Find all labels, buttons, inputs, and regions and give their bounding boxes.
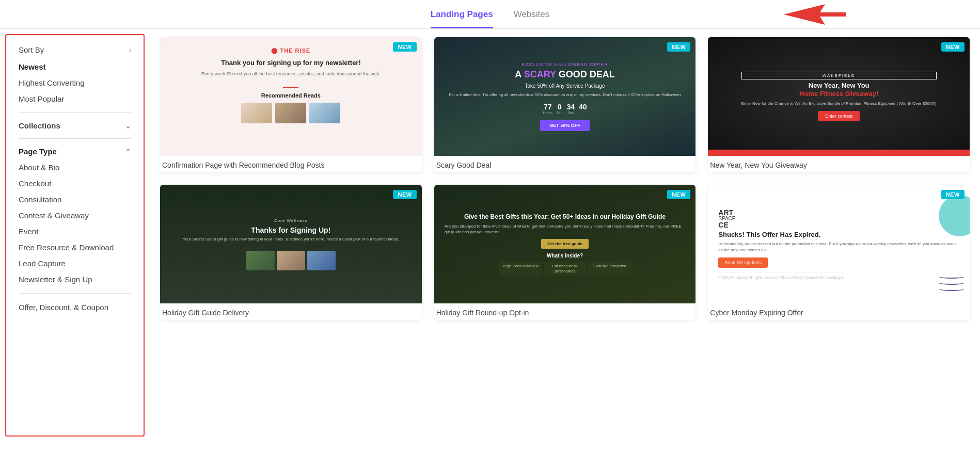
conf-thumbnails xyxy=(241,103,340,123)
sidebar-item-highest-converting[interactable]: Highest Converting xyxy=(19,77,131,88)
page-type-section: Page Type ⌃ About & Bio Checkout Consult… xyxy=(19,147,131,285)
guide-item-1: 38 gift ideas under $38 xyxy=(499,262,542,275)
card-preview-holiday: Core Wellness Thanks for Signing Up! You… xyxy=(160,185,422,303)
card-title-gift-guide: Holiday Gift Round-up Opt-in xyxy=(434,303,696,320)
template-card-scary-deal[interactable]: Exclusive Halloween Offer A SCARY GOOD D… xyxy=(434,37,696,172)
card-preview-confirmation: ⬤ THE RISE Thank you for signing up for … xyxy=(160,37,422,156)
guide-whats-inside: What's inside? xyxy=(547,253,583,259)
card-preview-gift-guide: Give the Best Gifts this Year: Get 50+ I… xyxy=(434,185,696,303)
card-preview-scary: Exclusive Halloween Offer A SCARY GOOD D… xyxy=(434,37,696,156)
scary-exclusive: Exclusive Halloween Offer xyxy=(521,62,608,67)
divider-1 xyxy=(19,112,131,113)
tab-landing-pages[interactable]: Landing Pages xyxy=(431,9,493,28)
scary-desc: For a limited time, I'm offering all new… xyxy=(449,92,681,98)
template-grid: ⬤ THE RISE Thank you for signing up for … xyxy=(160,37,970,320)
collections-header[interactable]: Collections ⌄ xyxy=(19,121,131,130)
sidebar-item-lead-capture[interactable]: Lead Capture xyxy=(19,258,131,269)
conf-thumb-1 xyxy=(241,103,272,123)
card-title-cyber: Cyber Monday Expiring Offer xyxy=(708,303,970,320)
sidebar-item-most-popular[interactable]: Most Popular xyxy=(19,93,131,104)
countdown-seconds: 34 Sec xyxy=(566,103,575,115)
scary-countdown: 77 Hours 0 Min 34 Sec xyxy=(543,103,587,115)
chevron-down-icon: ⌄ xyxy=(125,122,131,130)
collapse-icon: ‹ xyxy=(129,46,131,54)
sort-by-section: Sort By ‹ Newest Highest Converting Most… xyxy=(19,45,131,104)
holiday-thumb-3 xyxy=(307,251,336,270)
guide-items: 38 gift ideas under $38 Gift ideas for a… xyxy=(499,262,631,275)
sidebar-item-newsletter[interactable]: Newsletter & Sign Up xyxy=(19,274,131,285)
cyber-cta-button[interactable]: Send Me Updates xyxy=(718,257,768,268)
sidebar-item-offer-discount[interactable]: Offer, Discount, & Coupon xyxy=(19,302,131,313)
template-card-fitness[interactable]: WAKEFIELD New Year, New You Home Fitness… xyxy=(708,37,970,172)
conf-thumb-3 xyxy=(309,103,340,123)
fitness-content: WAKEFIELD New Year, New You Home Fitness… xyxy=(741,72,937,122)
conf-title: Thank you for signing up for my newslett… xyxy=(221,58,361,68)
collections-section: Collections ⌄ xyxy=(19,121,131,130)
sidebar: Sort By ‹ Newest Highest Converting Most… xyxy=(5,34,145,437)
sidebar-item-consultation[interactable]: Consultation xyxy=(19,194,131,205)
conf-thumb-2 xyxy=(275,103,306,123)
sort-by-header[interactable]: Sort By ‹ xyxy=(19,45,131,54)
cyber-shucks: Shucks! This Offer Has Expired. xyxy=(718,231,820,239)
card-preview-cyber: ART SPACE CE Shucks! This Offer Has Expi… xyxy=(708,185,970,303)
scary-subtitle: Take 50% off Any Service Package xyxy=(525,83,605,89)
template-card-cyber-monday[interactable]: ART SPACE CE Shucks! This Offer Has Expi… xyxy=(708,185,970,320)
red-arrow-icon xyxy=(784,4,846,25)
fitness-title: New Year, New You Home Fitness Giveaway! xyxy=(741,82,937,99)
conf-logo: ⬤ THE RISE xyxy=(271,47,310,54)
guide-item-3: Exclusive discounts! xyxy=(588,262,631,275)
countdown-extra: 40 xyxy=(579,103,587,115)
conf-recommended: Recommended Reads xyxy=(261,92,321,99)
sidebar-item-contest-giveaway[interactable]: Contest & Giveaway xyxy=(19,210,131,221)
fitness-cta-button[interactable]: Enter contest xyxy=(818,111,860,121)
page-type-header[interactable]: Page Type ⌃ xyxy=(19,147,131,156)
divider-3 xyxy=(19,293,131,294)
tab-websites[interactable]: Websites xyxy=(514,9,550,28)
content-area: ⬤ THE RISE Thank you for signing up for … xyxy=(150,29,980,442)
countdown-hours: 77 Hours xyxy=(543,103,552,115)
conf-subtitle: Every week I'll send you all the best re… xyxy=(201,71,381,78)
badge-new-scary: NEW xyxy=(667,42,690,52)
page-type-label: Page Type xyxy=(19,147,57,156)
arrow-container xyxy=(784,4,846,27)
card-title-confirmation: Confirmation Page with Recommended Blog … xyxy=(160,156,422,172)
sidebar-item-checkout[interactable]: Checkout xyxy=(19,178,131,189)
guide-desc: Are you strapped for time AND ideas of w… xyxy=(445,223,686,235)
cyber-teal-circle xyxy=(939,195,970,236)
sidebar-item-about-bio[interactable]: About & Bio xyxy=(19,162,131,173)
card-preview-fitness: WAKEFIELD New Year, New You Home Fitness… xyxy=(708,37,970,156)
header: Landing Pages Websites xyxy=(0,0,980,29)
countdown-minutes: 0 Min xyxy=(557,103,562,115)
fitness-desc: Enter Now for the Chance to Win An Exclu… xyxy=(741,101,937,106)
holiday-thumbs xyxy=(246,251,336,270)
divider-2 xyxy=(19,138,131,139)
sidebar-item-event[interactable]: Event xyxy=(19,226,131,237)
badge-new-gift-guide: NEW xyxy=(667,190,690,199)
badge-new-confirmation: NEW xyxy=(393,42,416,52)
cyber-footer: © 2021 Art Space. All rights reserved. P… xyxy=(718,272,844,279)
holiday-brand: Core Wellness xyxy=(274,218,308,223)
holiday-thumb-2 xyxy=(277,251,305,270)
main-layout: Sort By ‹ Newest Highest Converting Most… xyxy=(0,29,980,442)
holiday-subtitle: Your Secret Santa gift guide is now sitt… xyxy=(183,236,399,243)
badge-new-fitness: NEW xyxy=(941,42,965,52)
guide-title: Give the Best Gifts this Year: Get 50+ I… xyxy=(464,213,666,221)
svg-marker-0 xyxy=(784,4,846,25)
chevron-up-icon: ⌃ xyxy=(125,148,131,156)
guide-item-2: Gift ideas for all personalities xyxy=(544,262,587,275)
guide-cta-button[interactable]: Get the free guide xyxy=(541,239,589,249)
cyber-waves xyxy=(939,275,965,293)
scary-cta-button[interactable]: GET 50% OFF xyxy=(540,120,590,131)
template-card-confirmation[interactable]: ⬤ THE RISE Thank you for signing up for … xyxy=(160,37,422,172)
template-card-gift-guide[interactable]: Give the Best Gifts this Year: Get 50+ I… xyxy=(434,185,696,320)
template-card-holiday-delivery[interactable]: Core Wellness Thanks for Signing Up! You… xyxy=(160,185,422,320)
card-title-holiday: Holiday Gift Guide Delivery xyxy=(160,303,422,320)
sidebar-item-free-resource[interactable]: Free Resource & Download xyxy=(19,242,131,253)
fitness-brand: WAKEFIELD xyxy=(741,72,937,79)
scary-title: A SCARY GOOD DEAL xyxy=(515,69,614,80)
collections-label: Collections xyxy=(19,121,60,130)
holiday-thumb-1 xyxy=(246,251,275,270)
sidebar-item-newest[interactable]: Newest xyxy=(19,61,131,72)
conf-divider xyxy=(283,87,298,88)
cyber-art-brand: ART SPACE CE xyxy=(718,209,735,229)
